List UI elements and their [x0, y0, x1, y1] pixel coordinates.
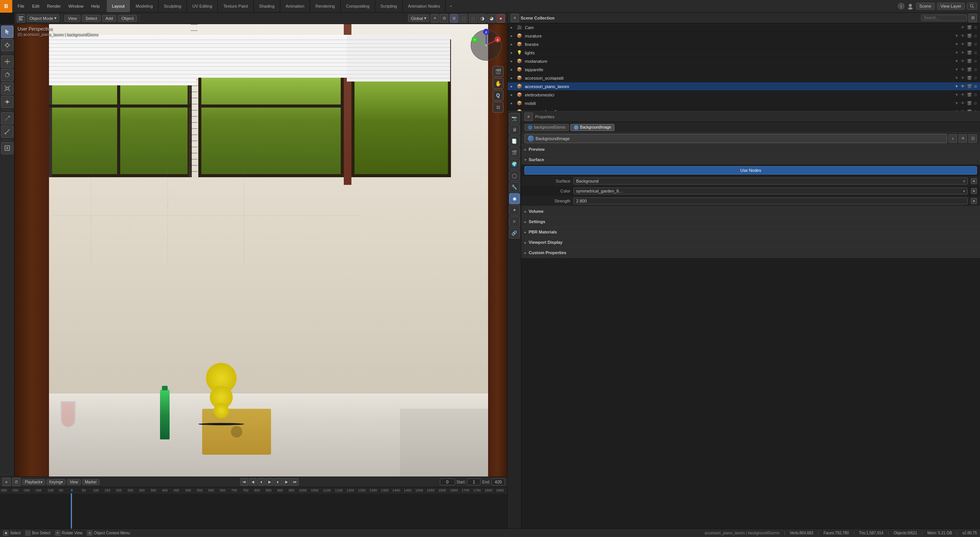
outliner-scolapiatti-hide[interactable]: 👁 — [961, 76, 965, 80]
outliner-item-scolapiatti[interactable]: ▸ 📦 accessori_scolapiatti ▼ 👁 🎬 ⊙ — [508, 74, 980, 82]
solid-shading-btn[interactable]: ◑ — [478, 14, 487, 23]
object-menu[interactable]: Object — [118, 15, 137, 22]
outliner-mobili-hide[interactable]: 👁 — [961, 101, 965, 105]
xray-btn[interactable]: ⬚ — [459, 14, 467, 23]
menu-edit[interactable]: Edit — [28, 0, 43, 12]
outliner-finestre-select[interactable]: ⊙ — [974, 42, 977, 46]
outliner-murature-select[interactable]: ⊙ — [974, 34, 977, 38]
outliner-item-finestre[interactable]: ▸ 📦 finestre ▼ 👁 🎬 ⊙ — [508, 40, 980, 49]
settings-section-header[interactable]: ▸ Settings — [521, 217, 980, 227]
surface-section-header[interactable]: ▾ Surface — [521, 155, 980, 165]
navigation-gizmo[interactable]: X Y Z — [469, 28, 503, 62]
outliner-murature-render[interactable]: 🎬 — [967, 34, 972, 38]
menu-render[interactable]: Render — [43, 0, 65, 12]
timeline-view-dropdown[interactable]: View — [67, 479, 81, 485]
prev-keyframe-btn[interactable]: ⏴ — [257, 478, 265, 486]
select-menu[interactable]: Select — [82, 15, 101, 22]
outliner-tapparelle-hide[interactable]: 👁 — [961, 67, 965, 72]
camera-view-btn[interactable]: 🎬 — [493, 66, 503, 77]
overlay-btn[interactable]: ⊞ — [450, 14, 458, 23]
outliner-cam-hide[interactable]: 👁 — [961, 25, 965, 29]
volume-section-header[interactable]: ▸ Volume — [521, 206, 980, 216]
outliner-scolapiatti-render[interactable]: 🎬 — [967, 76, 972, 80]
next-keyframe-btn[interactable]: ⏵ — [274, 478, 282, 486]
surface-value-dropdown[interactable]: Background ▾ — [573, 178, 968, 184]
material-preview-btn[interactable]: ◕ — [487, 14, 496, 23]
workspace-rendering[interactable]: Rendering — [310, 0, 341, 12]
proportional-edit-btn[interactable]: ⊙ — [440, 14, 448, 23]
outliner-item-mobili[interactable]: ▸ 📦 mobili ▼ 👁 🎬 ⊙ — [508, 99, 980, 108]
outliner-elettro-hide[interactable]: 👁 — [961, 93, 965, 97]
outliner-finestre-hide[interactable]: 👁 — [961, 42, 965, 46]
prop-tab-constraints[interactable]: 🔗 — [509, 228, 520, 238]
outliner-modanature-hide[interactable]: 👁 — [961, 59, 965, 63]
workspace-layout[interactable]: Layout — [107, 0, 131, 12]
outliner-item-lights[interactable]: ▸ 💡 lights ▼ 👁 🎬 ⊙ — [508, 49, 980, 57]
end-frame-input[interactable]: 420 — [492, 478, 505, 485]
strength-socket-btn[interactable]: ● — [971, 198, 977, 204]
outliner-lights-render[interactable]: 🎬 — [967, 51, 972, 55]
menu-window[interactable]: Window — [65, 0, 87, 12]
prop-tab-render[interactable]: 📷 — [509, 113, 520, 124]
outliner-lights-vis[interactable]: ▼ — [955, 51, 959, 55]
prev-frame-btn[interactable]: ◀ — [249, 478, 256, 486]
outliner-tapparelle-select[interactable]: ⊙ — [974, 67, 977, 72]
move-tool-btn[interactable] — [1, 55, 13, 68]
outliner-modanature-render[interactable]: 🎬 — [967, 59, 972, 63]
prop-tab-particles[interactable]: ✦ — [509, 205, 520, 215]
jump-to-start-btn[interactable]: ⏮ — [240, 478, 248, 486]
marker-dropdown[interactable]: Marker — [82, 479, 100, 485]
outliner-elettro-vis[interactable]: ▼ — [955, 93, 959, 97]
timeline-editor-btn[interactable]: ≡ — [2, 478, 11, 486]
workspace-modeling[interactable]: Modeling — [131, 0, 159, 12]
outliner-piano-lavoro-vis[interactable]: ▼ — [955, 84, 959, 88]
custom-props-header[interactable]: ▸ Custom Properties — [521, 248, 980, 258]
mat-tab-bg-giorno[interactable]: backgroundGiorno — [524, 124, 569, 131]
playback-dropdown[interactable]: Playback▾ — [22, 479, 45, 485]
menu-file[interactable]: File — [14, 0, 28, 12]
rotate-tool-btn[interactable] — [1, 69, 13, 81]
cursor-tool-btn[interactable] — [1, 39, 13, 51]
rendered-shading-btn[interactable]: ● — [497, 14, 505, 23]
outliner-piano-lavoro-hide[interactable]: 👁 — [961, 84, 965, 88]
material-name-field[interactable]: BackgroundImage — [524, 134, 947, 143]
use-nodes-btn[interactable]: Use Nodes — [524, 166, 977, 175]
outliner-cam-select[interactable]: ⊙ — [974, 25, 977, 29]
view-menu[interactable]: View — [64, 15, 80, 22]
outliner-fornello-select[interactable]: ⊙ — [974, 109, 977, 111]
keying-dropdown[interactable]: Keying▾ — [47, 479, 66, 485]
add-object-btn[interactable] — [1, 142, 13, 154]
workspace-scripting[interactable]: Scripting — [375, 0, 403, 12]
strength-value-input[interactable]: 2.800 — [573, 197, 968, 204]
jump-to-end-btn[interactable]: ⏭ — [291, 478, 299, 486]
global-local-dropdown[interactable]: Global▾ — [408, 15, 429, 22]
outliner-mobili-select[interactable]: ⊙ — [974, 101, 977, 105]
timeline-body[interactable]: -300 -250 -200 -150 -100 -50 0 50 100 15… — [0, 487, 507, 529]
view-layer-selector[interactable]: View Layer — [937, 3, 965, 10]
outliner-finestre-vis[interactable]: ▼ — [955, 42, 959, 46]
workspace-animation[interactable]: Animation — [280, 0, 310, 12]
outliner-lights-select[interactable]: ⊙ — [974, 51, 977, 55]
outliner-tapparelle-render[interactable]: 🎬 — [967, 67, 972, 72]
workspace-sculpting[interactable]: Sculpting — [158, 0, 187, 12]
prop-editor-type[interactable]: ≡ — [524, 113, 533, 121]
play-btn[interactable]: ▶ — [266, 478, 273, 486]
outliner-scolapiatti-vis[interactable]: ▼ — [955, 76, 959, 80]
editor-type-menu[interactable] — [17, 14, 25, 23]
workspace-texture-paint[interactable]: Texture Paint — [218, 0, 253, 12]
hand-tool-btn[interactable]: ✋ — [493, 78, 503, 89]
measure-tool-btn[interactable] — [1, 126, 13, 138]
outliner-mobili-vis[interactable]: ▼ — [955, 101, 959, 105]
outliner-modanature-vis[interactable]: ▼ — [955, 59, 959, 63]
color-socket-btn[interactable]: ● — [971, 188, 977, 194]
menu-help[interactable]: Help — [87, 0, 104, 12]
mat-tab-bg-image[interactable]: BackgroundImage — [570, 124, 614, 131]
prop-tab-physics[interactable]: ⚛ — [509, 216, 520, 227]
preview-section-header[interactable]: ▸ Preview — [521, 144, 980, 154]
prop-tab-scene[interactable]: 🎬 — [509, 147, 520, 158]
outliner-item-tapparelle[interactable]: ▸ 📦 tapparelle ▼ 👁 🎬 ⊙ — [508, 65, 980, 74]
start-frame-input[interactable]: 1 — [467, 478, 480, 485]
outliner-elettro-select[interactable]: ⊙ — [974, 93, 977, 97]
prop-tab-output[interactable]: 🖥 — [509, 124, 520, 135]
scene-selector[interactable]: Scene — [916, 3, 935, 10]
